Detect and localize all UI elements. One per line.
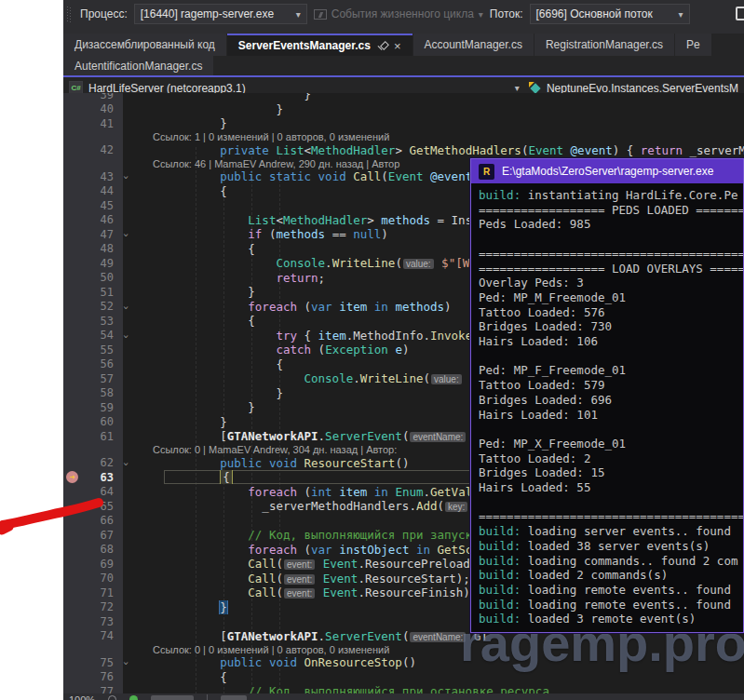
code-line: 41 } (63, 116, 744, 131)
breakpoint-margin[interactable] (63, 371, 82, 386)
close-icon[interactable]: × (394, 40, 401, 52)
breakpoint-margin[interactable] (63, 456, 82, 471)
breakpoint-margin[interactable] (63, 256, 82, 271)
process-label: Процесс: (80, 7, 128, 20)
console-line (479, 495, 736, 510)
document-tab-row-1: Дизассемблированный кодServerEventsManag… (63, 34, 744, 56)
editor-status-strip: 100% (63, 693, 744, 700)
chevron-down-icon[interactable]: ▾ (515, 83, 523, 93)
tab-registrationmanager-cs[interactable]: RegistrationManager.cs (534, 34, 674, 56)
breakpoint-margin[interactable] (63, 557, 82, 572)
line-number: 45 (82, 199, 119, 212)
breakpoint-margin[interactable] (63, 614, 82, 629)
breakpoint-margin[interactable] (63, 93, 82, 102)
console-line: ========================================… (479, 247, 736, 262)
line-number: 62 (82, 456, 119, 469)
chevron-down-icon: ▾ (479, 9, 483, 20)
current-statement-icon[interactable]: ➜ (66, 471, 78, 483)
thread-dropdown[interactable]: [6696] Основной поток ▾ (530, 4, 690, 24)
breakpoint-margin[interactable] (63, 400, 82, 415)
code-text[interactable]: private List<MethodHadler> GetMethodHadl… (164, 143, 744, 157)
codelens-text[interactable]: Ссылок: 46 | MamaEV Andrew, 290 дн. наза… (153, 158, 399, 169)
tab-servereventsmanager-cs[interactable]: ServerEventsManager.cs× (227, 34, 413, 56)
fold-chevron-icon[interactable]: › (119, 300, 132, 314)
status-item (221, 695, 247, 700)
pin-icon[interactable] (377, 41, 387, 51)
codelens-text[interactable]: Ссылок: 0 | 0 изменений | 0 авторов, 0 и… (153, 644, 389, 655)
breakpoint-margin[interactable] (63, 184, 82, 199)
breakpoint-margin[interactable] (63, 629, 82, 644)
lifecycle-events-dropdown[interactable]: События жизненного цикла ▾ (314, 7, 483, 20)
line-number: 60 (82, 415, 119, 428)
breakpoint-margin[interactable] (63, 143, 82, 158)
codelens-text[interactable]: Ссылок: 1 | 0 изменений | 0 авторов, 0 и… (153, 131, 389, 142)
code-text[interactable]: } (164, 93, 744, 101)
toolbar-grip-handle[interactable] (67, 7, 72, 22)
tab--[interactable]: Дизассемблированный код (63, 34, 226, 56)
debug-location-toolbar: Процесс: [16440] ragemp-server.exe ▾ Соб… (63, 0, 744, 28)
breakpoint-margin[interactable] (63, 670, 82, 685)
tab-autentificationmanager-cs[interactable]: AutentificationManager.cs (63, 56, 213, 75)
fold-chevron-icon[interactable]: › (119, 227, 132, 241)
tab-accountmanager-cs[interactable]: AccountManager.cs (413, 34, 534, 56)
breakpoint-margin[interactable] (63, 415, 82, 430)
console-line: Hairs Loaded: 106 (479, 334, 736, 349)
status-item (151, 695, 194, 700)
tab-label: AutentificationManager.cs (74, 60, 202, 73)
console-title-bar[interactable]: R E:\gtaMods\ZeroServer\ragemp-server.ex… (471, 159, 743, 183)
fold-chevron-icon[interactable]: › (119, 456, 132, 470)
breakpoint-margin[interactable] (63, 242, 82, 257)
line-number: 59 (82, 401, 119, 414)
breakpoint-margin[interactable] (63, 586, 82, 600)
console-line: Bridges Loaded: 696 (479, 393, 736, 408)
line-number: 51 (82, 286, 119, 299)
console-line: Overlay Peds: 3 (479, 276, 736, 290)
breakpoint-margin[interactable] (63, 343, 82, 357)
breakpoint-margin[interactable] (63, 271, 82, 286)
line-number: 71 (82, 586, 119, 599)
fold-chevron-icon[interactable]: › (119, 655, 132, 669)
console-line: Hairs Loaded: 101 (479, 408, 736, 423)
line-number: 69 (82, 558, 119, 571)
breakpoint-margin[interactable] (63, 314, 82, 329)
breakpoint-margin[interactable]: ➜ (63, 470, 82, 485)
breakpoint-margin[interactable] (63, 386, 82, 401)
red-annotation-arrow (0, 484, 112, 549)
breakpoint-margin[interactable] (63, 198, 82, 213)
codelens-row: Ссылок: 1 | 0 изменений | 0 авторов, 0 и… (63, 131, 744, 143)
line-number: 40 (82, 102, 119, 115)
breakpoint-margin[interactable] (63, 357, 82, 372)
breakpoint-margin[interactable] (63, 169, 82, 184)
tab-pe[interactable]: Pe (675, 34, 711, 56)
process-dropdown[interactable]: [16440] ragemp-server.exe ▾ (134, 4, 307, 24)
code-line: 39 } (63, 93, 744, 102)
breakpoint-margin[interactable] (63, 572, 82, 586)
lifecycle-events-label: События жизненного цикла (331, 7, 474, 20)
chevron-down-icon: ▾ (678, 9, 683, 20)
zoom-level[interactable]: 100% (69, 694, 95, 700)
fold-chevron-icon[interactable]: › (119, 329, 132, 343)
code-text[interactable]: } (164, 116, 744, 130)
ragemp-icon: R (479, 164, 494, 180)
line-number: 76 (82, 670, 119, 683)
status-circle-icon (108, 695, 116, 700)
breakpoint-margin[interactable] (63, 300, 82, 315)
line-number: 72 (82, 600, 119, 613)
breakpoint-margin[interactable] (63, 116, 82, 131)
breakpoint-margin[interactable] (63, 655, 82, 670)
breakpoint-margin[interactable] (63, 227, 82, 242)
console-line: build: loading server events.. found (479, 524, 736, 539)
toolbar-cut-icon (736, 7, 744, 20)
code-line: 40 } (63, 102, 744, 117)
code-text[interactable]: } (164, 102, 744, 116)
fold-chevron-icon[interactable]: › (119, 169, 132, 183)
console-output[interactable]: build: instantiating HardLife.Core.Pe===… (471, 183, 743, 632)
breakpoint-margin[interactable] (63, 429, 82, 444)
line-number: 48 (82, 242, 119, 255)
breakpoint-margin[interactable] (63, 600, 82, 615)
breakpoint-margin[interactable] (63, 329, 82, 343)
codelens-text[interactable]: Ссылок: 0 | MamaEV Andrew, 304 дн. назад… (153, 444, 399, 455)
breakpoint-margin[interactable] (63, 285, 82, 300)
breakpoint-margin[interactable] (63, 213, 82, 228)
breakpoint-margin[interactable] (63, 102, 82, 117)
